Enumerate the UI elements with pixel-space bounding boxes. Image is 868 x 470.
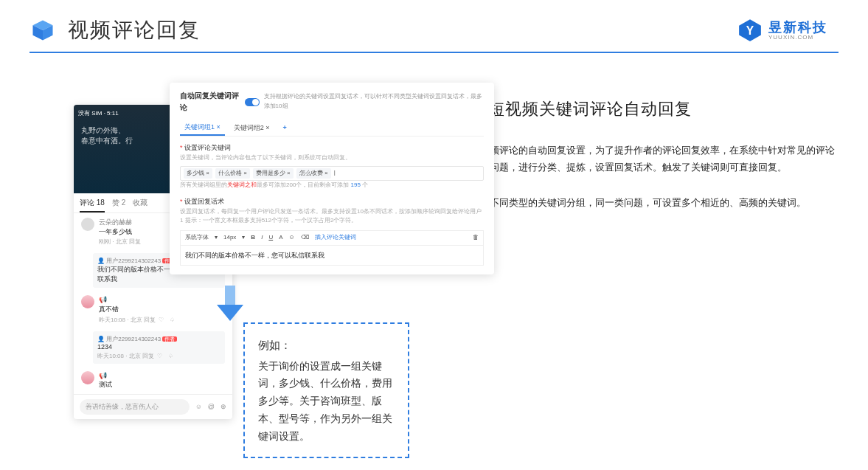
logo-text-en: YUUXIN.COM [768, 34, 827, 41]
bullet-item: 支持不同类型的关键词分组，同一类问题，可设置多个相近的、高频的关键词。 [457, 194, 846, 211]
dislike-icon[interactable]: ♤ [170, 316, 175, 324]
bold-button[interactable]: B [251, 233, 255, 243]
size-select[interactable]: 14px [223, 233, 236, 243]
right-column: 短视频关键词评论自动回复 短视频评论的自动回复设置，为了提升作者的评论回复效率，… [457, 61, 846, 229]
keyword-input[interactable]: 多少钱 × 什么价格 × 费用是多少 × 怎么收费 × | [180, 166, 484, 182]
italic-button[interactable]: I [261, 233, 263, 243]
emoji-icon[interactable]: ☺ [195, 403, 202, 410]
comment-input[interactable]: 善语结善缘，恶言伤人心 [80, 399, 190, 415]
add-group-button[interactable]: + [279, 120, 291, 135]
auto-reply-switch[interactable] [245, 98, 260, 106]
editor-toolbar: 系统字体▾ 14px▾ B I U A ☺ ⌫ 插入评论关键词 🗑 [180, 230, 484, 246]
config-panel: 自动回复关键词评论 支持根据评论的关键词设置回复话术，可以针对不同类型关键词设置… [170, 83, 494, 274]
svg-rect-5 [225, 286, 235, 306]
logo-icon: Y [737, 18, 763, 43]
logo-text-cn: 昱新科技 [768, 21, 827, 34]
example-box: 例如： 关于询价的设置成一组关键词，多少钱、什么价格，费用多少等。关于咨询班型、… [243, 322, 409, 458]
page-header: 视频评论回复 Y 昱新科技 YUUXIN.COM [0, 0, 868, 52]
color-button[interactable]: A [279, 233, 282, 243]
delete-icon[interactable]: 🗑 [473, 233, 479, 243]
header-left: 视频评论回复 [29, 16, 201, 44]
keyword-group-tab[interactable]: 关键词组2 × [229, 120, 274, 135]
section-title: 短视频关键词评论自动回复 [488, 98, 692, 120]
avatar [81, 218, 94, 231]
bullet-item: 短视频评论的自动回复设置，为了提升作者的评论回复效率，在系统中针对常见的评论用户… [457, 142, 846, 176]
avatar [81, 371, 94, 384]
logo: Y 昱新科技 YUUXIN.COM [737, 18, 827, 43]
gift-icon[interactable]: ⊕ [221, 403, 226, 410]
emoji-button[interactable]: ☺ [289, 233, 295, 243]
underline-button[interactable]: U [268, 233, 273, 243]
dislike-icon[interactable]: ♤ [168, 353, 173, 359]
comment-item: 📢 测试 [74, 367, 232, 394]
reply-textarea[interactable]: 我们不同的版本价格不一样，您可以私信联系我 [180, 246, 484, 266]
keyword-group-tab[interactable]: 关键词组1 × [180, 120, 225, 136]
like-icon[interactable]: ♡ [157, 353, 162, 359]
like-icon[interactable]: ♡ [159, 316, 164, 324]
left-column: 没有 SIM · 5:11 丸野の外海、春意中有酒。行 评论 18 赞 2 收藏… [29, 61, 442, 229]
svg-text:Y: Y [746, 24, 754, 37]
comment-item: 📢 真不错 昨天10:08 · 北京 回复♡♤ [74, 291, 232, 328]
tab-likes[interactable]: 赞 2 [112, 198, 125, 212]
arrow-down-icon [214, 286, 246, 322]
auto-reply: 👤 用户2299214302243 作者 1234 昨天10:08 · 北京 回… [93, 331, 225, 364]
comment-input-bar: 善语结善缘，恶言伤人心 ☺ @ ⊕ [74, 394, 232, 419]
tab-favorites[interactable]: 收藏 [133, 198, 147, 212]
clear-button[interactable]: ⌫ [301, 233, 309, 243]
avatar [81, 295, 94, 308]
page-title: 视频评论回复 [68, 16, 201, 44]
tab-comments[interactable]: 评论 18 [80, 198, 105, 212]
at-icon[interactable]: @ [208, 403, 215, 410]
font-select[interactable]: 系统字体 [185, 233, 209, 243]
insert-keyword-button[interactable]: 插入评论关键词 [315, 233, 356, 243]
svg-marker-6 [217, 305, 243, 321]
cube-icon [29, 17, 56, 44]
